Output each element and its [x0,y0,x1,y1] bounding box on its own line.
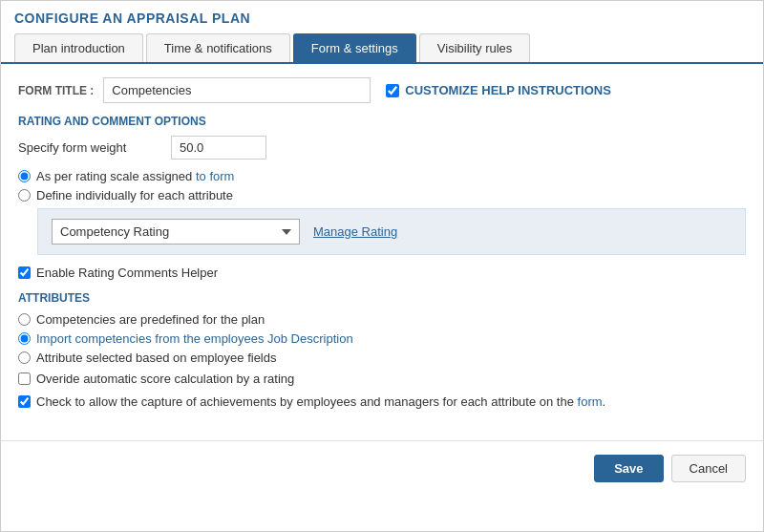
radio-per-rating-label[interactable]: As per rating scale assigned to form [36,169,234,183]
import-comp-link[interactable]: Import competencies from the employees J… [36,331,353,346]
attributes-radio-group: Competencies are predefined for the plan… [18,312,746,365]
radio-import-label[interactable]: Import competencies from the employees J… [36,331,353,346]
customize-help-checkbox[interactable] [386,84,399,97]
override-score-label[interactable]: Overide automatic score calculation by a… [36,371,294,388]
to-form-link[interactable]: to form [196,169,234,183]
enable-comments-label[interactable]: Enable Rating Comments Helper [36,265,218,282]
tabs-container: Plan introduction Time & notifications F… [14,33,750,62]
panel-body: FORM TITLE : CUSTOMIZE HELP INSTRUCTIONS… [1,64,763,431]
weight-input[interactable] [171,136,266,160]
tab-time-notif[interactable]: Time & notifications [146,33,290,62]
radio-individually: Define individually for each attribute [18,188,746,202]
enable-comments-checkbox[interactable] [18,266,31,279]
form-title-input[interactable] [103,77,371,103]
rating-section-title: RATING AND COMMENT OPTIONS [18,115,746,128]
footer-buttons: Save Cancel [1,440,763,496]
radio-predefined-label[interactable]: Competencies are predefined for the plan [36,312,265,327]
capture-achievements-label[interactable]: Check to allow the capture of achievemen… [36,394,605,411]
radio-predefined: Competencies are predefined for the plan [18,312,746,327]
radio-employee-fields-label[interactable]: Attribute selected based on employee fie… [36,351,277,365]
radio-individually-input[interactable] [18,189,31,202]
configure-panel: CONFIGURE AN APPRAISAL PLAN Plan introdu… [0,0,764,532]
form-title-row: FORM TITLE : CUSTOMIZE HELP INSTRUCTIONS [18,77,746,103]
capture-achievements-checkbox[interactable] [18,395,31,408]
save-button[interactable]: Save [594,455,663,482]
rating-scale-radio-group: As per rating scale assigned to form Def… [18,169,746,202]
enable-comments-row: Enable Rating Comments Helper [18,265,746,282]
tab-plan-intro[interactable]: Plan introduction [14,33,143,62]
radio-employee-fields: Attribute selected based on employee fie… [18,351,746,365]
radio-per-rating-input[interactable] [18,170,31,182]
form-title-label: FORM TITLE : [18,84,94,97]
customize-help-label[interactable]: CUSTOMIZE HELP INSTRUCTIONS [405,83,610,97]
competency-rating-select[interactable]: Competency Rating [52,219,300,245]
customize-help-container: CUSTOMIZE HELP INSTRUCTIONS [386,83,610,97]
tab-form-settings[interactable]: Form & settings [293,33,416,62]
attributes-section: ATTRIBUTES Competencies are predefined f… [18,291,746,411]
panel-title: CONFIGURE AN APPRAISAL PLAN [14,11,750,26]
radio-individually-label[interactable]: Define individually for each attribute [36,188,233,202]
competency-box: Competency Rating Manage Rating [37,208,746,255]
manage-rating-link[interactable]: Manage Rating [313,224,397,239]
form-link[interactable]: form [578,394,603,409]
cancel-button[interactable]: Cancel [671,455,746,482]
weight-row: Specify form weight [18,136,746,160]
radio-per-rating: As per rating scale assigned to form [18,169,746,183]
capture-achievements-row: Check to allow the capture of achievemen… [18,394,746,411]
radio-import: Import competencies from the employees J… [18,331,746,346]
attributes-section-title: ATTRIBUTES [18,291,746,305]
radio-employee-fields-input[interactable] [18,351,31,364]
radio-import-input[interactable] [18,332,31,345]
panel-header: CONFIGURE AN APPRAISAL PLAN Plan introdu… [1,1,763,64]
override-score-row: Overide automatic score calculation by a… [18,371,746,388]
override-score-checkbox[interactable] [18,372,31,385]
radio-predefined-input[interactable] [18,313,31,326]
tab-visibility[interactable]: Visibility rules [419,33,531,62]
specify-weight-label: Specify form weight [18,140,161,155]
